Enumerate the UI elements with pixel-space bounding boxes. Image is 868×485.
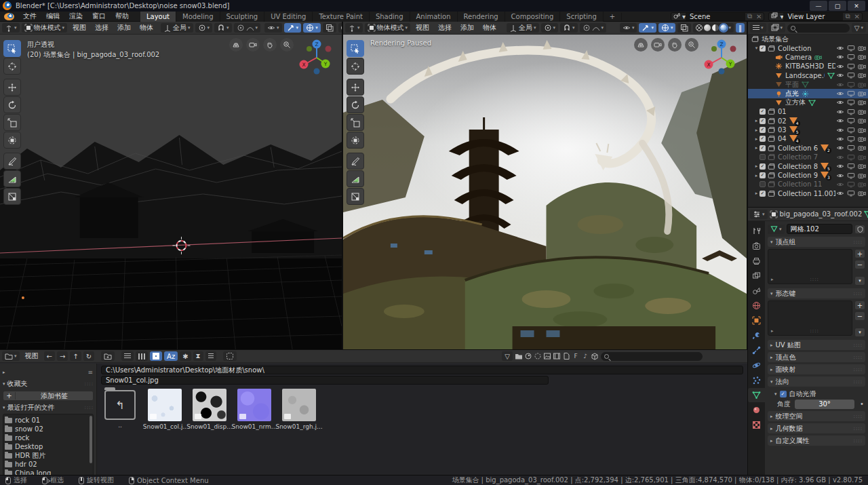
disable-viewport-icon[interactable] <box>846 153 855 161</box>
properties-editor-type-button[interactable]: ▾ <box>750 210 768 219</box>
disable-render-icon[interactable] <box>857 172 866 179</box>
disable-render-icon[interactable] <box>857 190 866 197</box>
disable-viewport-icon[interactable] <box>846 190 855 197</box>
gizmos-toggle[interactable]: ▾ <box>284 23 302 33</box>
scene-copy-icon[interactable]: ⧉ <box>745 12 754 20</box>
filter-font-icon[interactable]: F <box>572 352 580 360</box>
viewport-menu-1[interactable]: 选择 <box>92 23 112 33</box>
vertex-group-add-button[interactable]: + <box>854 249 865 258</box>
file-thumbnail[interactable]: Snow01_rgh.j... <box>280 389 318 430</box>
main-menu-2[interactable]: 渲染 <box>64 12 87 21</box>
properties-tab-particles[interactable] <box>748 373 765 387</box>
expand-icon[interactable]: ▸ <box>753 191 760 196</box>
hide-viewport-eye-icon[interactable] <box>835 163 844 170</box>
outliner-row[interactable]: Collection 7 <box>748 153 868 161</box>
outliner-row[interactable]: ▸✓Collection 93 <box>748 171 868 180</box>
disable-viewport-icon[interactable] <box>846 72 855 79</box>
file-browser-editor-type-button[interactable]: ▾ <box>2 351 20 361</box>
tool-rotate[interactable] <box>347 96 364 113</box>
outliner-search-input[interactable] <box>787 24 850 33</box>
bookmarks-panel-header[interactable]: ▾收藏夹:::: <box>3 379 94 389</box>
mode-dropdown[interactable]: 物体模式▾ <box>22 23 68 33</box>
disable-viewport-icon[interactable] <box>846 54 855 61</box>
auto-smooth-checkbox[interactable]: ✓ <box>780 391 787 397</box>
disable-viewport-icon[interactable] <box>846 45 855 52</box>
tool-select-box[interactable] <box>347 40 364 57</box>
recent-file-item[interactable]: hdr 02 <box>5 460 87 469</box>
tool-cursor[interactable] <box>3 58 21 75</box>
workspace-tab-shading[interactable]: Shading <box>370 12 410 22</box>
view-layer-close-icon[interactable]: ✕ <box>852 13 862 20</box>
tool-transform[interactable] <box>3 132 21 149</box>
outliner-row[interactable]: ▸✓035 <box>748 125 868 134</box>
disable-render-icon[interactable] <box>857 117 866 125</box>
disable-render-icon[interactable] <box>857 72 866 79</box>
collection-checkbox[interactable]: ✓ <box>760 109 766 115</box>
shading-material-icon[interactable] <box>712 24 719 31</box>
render-pause-button[interactable]: ‖ <box>736 23 745 33</box>
shape-key-add-button[interactable]: + <box>854 300 865 310</box>
disable-viewport-icon[interactable] <box>846 108 855 115</box>
new-folder-button[interactable] <box>101 351 115 361</box>
display-horizontal-list-button[interactable] <box>136 351 148 361</box>
perspective-toggle-icon[interactable] <box>229 38 243 52</box>
refresh-button[interactable]: ↻ <box>83 351 94 361</box>
tool-cursor[interactable] <box>347 58 364 75</box>
properties-tab-material[interactable] <box>748 403 765 417</box>
disable-render-icon[interactable] <box>857 62 866 70</box>
editor-type-button[interactable]: ▾ <box>2 23 20 33</box>
properties-tab-render[interactable] <box>748 239 765 253</box>
properties-tab-data[interactable] <box>748 388 765 402</box>
workspace-tab-rendering[interactable]: Rendering <box>458 12 505 22</box>
outliner-root-row[interactable]: 场景集合 <box>748 35 868 43</box>
disable-viewport-icon[interactable] <box>846 90 855 98</box>
shape-key-remove-button[interactable]: − <box>854 311 865 321</box>
workspace-tab-modeling[interactable]: Modeling <box>176 12 220 22</box>
show-object-types-dropdown[interactable]: ▾ <box>264 23 282 33</box>
zoom-view-icon[interactable] <box>685 38 698 52</box>
shape-key-specials-button[interactable]: ▾ <box>854 328 865 337</box>
panel-custom-properties[interactable]: ▸自定义属性:::: <box>768 435 865 446</box>
tool-move[interactable] <box>347 79 364 96</box>
scene-close-icon[interactable]: ✕ <box>754 13 764 20</box>
navigation-gizmo[interactable]: Z X Y <box>702 38 741 79</box>
overlays-toggle[interactable]: ▾ <box>303 23 321 33</box>
outliner-row[interactable]: ▸✓Collection 11.001 <box>748 189 868 198</box>
breadcrumb-object-name[interactable]: big_pagoda_03_roof.002 <box>780 210 863 218</box>
main-menu-0[interactable]: 文件 <box>18 12 41 21</box>
shading-mode-cluster[interactable]: ▾ <box>693 23 734 33</box>
panel-shape-keys[interactable]: ▾形态键:::: <box>768 288 865 298</box>
file-view-menu[interactable]: 视图 <box>22 351 42 361</box>
outliner-row[interactable]: ▸✓Collection 85 <box>748 161 868 170</box>
disable-render-icon[interactable] <box>857 163 866 170</box>
recent-file-item[interactable]: Desktop <box>5 442 87 451</box>
sort-time-button[interactable]: ⧗ <box>193 351 203 361</box>
scene-name[interactable]: Scene <box>686 13 745 20</box>
viewport-menu-0[interactable]: 视图 <box>412 23 433 33</box>
hide-viewport-eye-icon[interactable] <box>835 135 844 142</box>
shading-mode-cluster[interactable]: ▾ <box>338 23 342 33</box>
sort-alphabetical-button[interactable]: Az <box>164 351 178 361</box>
angle-animate-dot[interactable]: • <box>859 400 865 408</box>
gizmos-toggle[interactable]: ▾ <box>639 23 656 33</box>
mesh-browse-button[interactable]: ▾ <box>768 225 785 234</box>
tool-scale-cage[interactable] <box>347 188 364 205</box>
hide-viewport-eye-icon[interactable] <box>835 90 844 98</box>
recent-file-item[interactable]: rock <box>5 433 87 442</box>
orientation-dropdown[interactable]: 全局▾ <box>507 23 539 33</box>
recent-file-item[interactable]: HDR 图片 <box>5 451 87 460</box>
viewport-left-canvas[interactable] <box>0 35 342 349</box>
outliner-row[interactable]: ▸✓044 <box>748 134 868 143</box>
expand-icon[interactable]: ▸ <box>753 136 760 142</box>
properties-tab-tool[interactable] <box>748 224 765 238</box>
disable-viewport-icon[interactable] <box>846 144 855 152</box>
properties-tab-viewlayer[interactable] <box>748 269 765 283</box>
main-menu-4[interactable]: 帮助 <box>111 12 134 21</box>
mode-dropdown[interactable]: 物体模式▾ <box>365 23 411 33</box>
system-panel-header[interactable]: ▸≡ <box>3 368 94 377</box>
outliner-row[interactable]: KITBASH3D_EDOJAPAN <box>748 62 868 71</box>
collection-checkbox[interactable]: ✓ <box>760 191 766 197</box>
snap-magnet-toggle[interactable]: ▾ <box>214 23 232 33</box>
disable-viewport-icon[interactable] <box>846 172 855 179</box>
disable-render-icon[interactable] <box>857 126 866 134</box>
